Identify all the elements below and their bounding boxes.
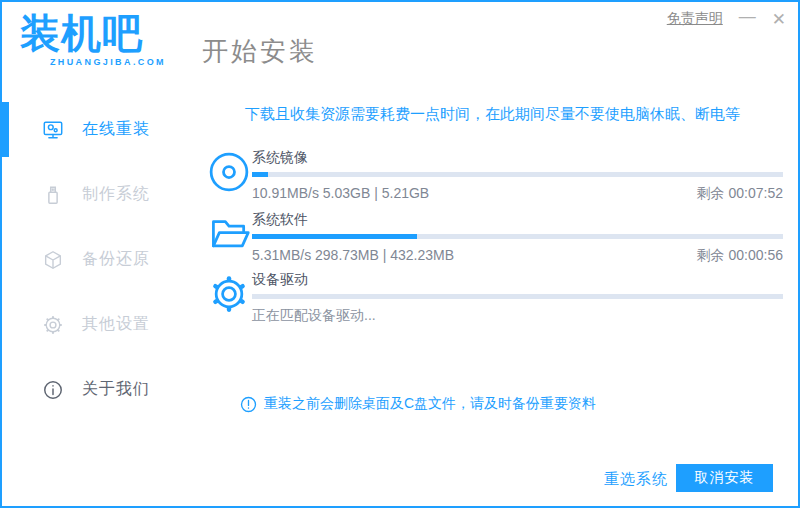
- progress-bar: [252, 234, 783, 239]
- sidebar-item-online-reinstall[interactable]: 在线重装: [2, 97, 187, 162]
- task-speed-stats: 10.91MB/s 5.03GB | 5.21GB: [252, 184, 429, 202]
- exclamation-circle-icon: [240, 396, 257, 413]
- download-notice: 下载且收集资源需要耗费一点时间，在此期间尽量不要使电脑休眠、断电等: [187, 105, 798, 124]
- progress-bar: [252, 172, 783, 177]
- disclaimer-link[interactable]: 免责声明: [667, 10, 723, 28]
- sidebar-item-label: 备份还原: [82, 249, 150, 270]
- sidebar-item-other-settings[interactable]: 其他设置: [2, 292, 187, 357]
- task-system-software: 系统软件 5.31MB/s 298.73MB | 432.23MB 剩余 00:…: [207, 210, 783, 264]
- progress-fill: [252, 234, 417, 239]
- backup-box-icon: [42, 249, 64, 271]
- usb-icon: [42, 184, 64, 206]
- task-remaining-time: 剩余 00:00:56: [697, 246, 783, 264]
- minimize-button[interactable]: —: [739, 8, 756, 25]
- disc-icon: [207, 150, 251, 194]
- task-device-drivers: 设备驱动 正在匹配设备驱动...: [207, 270, 783, 324]
- folder-icon: [207, 212, 251, 256]
- task-remaining-time: 剩余 00:07:52: [697, 184, 783, 202]
- task-title: 系统镜像: [252, 148, 783, 166]
- sidebar-item-label: 在线重装: [82, 119, 150, 140]
- titlebar-controls: 免责声明 — ✕: [667, 10, 786, 28]
- sidebar-item-label: 关于我们: [82, 379, 150, 400]
- task-status-text: 正在匹配设备驱动...: [252, 306, 783, 324]
- reselect-system-button[interactable]: 重选系统: [604, 470, 668, 489]
- monitor-icon: [42, 119, 64, 141]
- gear-icon: [42, 314, 64, 336]
- task-title: 系统软件: [252, 210, 783, 228]
- page-title: 开始安装: [202, 34, 318, 69]
- backup-warning-text: 重装之前会删除桌面及C盘文件，请及时备份重要资料: [264, 395, 596, 413]
- app-logo: 装机吧 ZHUANGJIBA.COM: [20, 10, 166, 67]
- sidebar-item-label: 其他设置: [82, 314, 150, 335]
- sidebar-item-about-us[interactable]: 关于我们: [2, 357, 187, 422]
- sidebar-item-make-system[interactable]: 制作系统: [2, 162, 187, 227]
- sidebar-item-label: 制作系统: [82, 184, 150, 205]
- backup-warning-note: 重装之前会删除桌面及C盘文件，请及时备份重要资料: [240, 395, 596, 413]
- app-logo-text: 装机吧: [20, 10, 166, 56]
- progress-bar: [252, 294, 783, 299]
- sidebar: 在线重装 制作系统 备份还原: [2, 97, 187, 422]
- task-system-image: 系统镜像 10.91MB/s 5.03GB | 5.21GB 剩余 00:07:…: [207, 148, 783, 202]
- app-window: 装机吧 ZHUANGJIBA.COM 开始安装 免责声明 — ✕ 在线重装 制作…: [0, 0, 800, 508]
- cancel-install-button[interactable]: 取消安装: [676, 464, 773, 492]
- gear-icon: [207, 272, 251, 316]
- task-speed-stats: 5.31MB/s 298.73MB | 432.23MB: [252, 246, 454, 264]
- task-title: 设备驱动: [252, 270, 783, 288]
- close-button[interactable]: ✕: [772, 11, 786, 28]
- progress-fill: [252, 172, 268, 177]
- info-icon: [42, 379, 64, 401]
- app-logo-subtext: ZHUANGJIBA.COM: [20, 57, 166, 67]
- sidebar-item-backup-restore[interactable]: 备份还原: [2, 227, 187, 292]
